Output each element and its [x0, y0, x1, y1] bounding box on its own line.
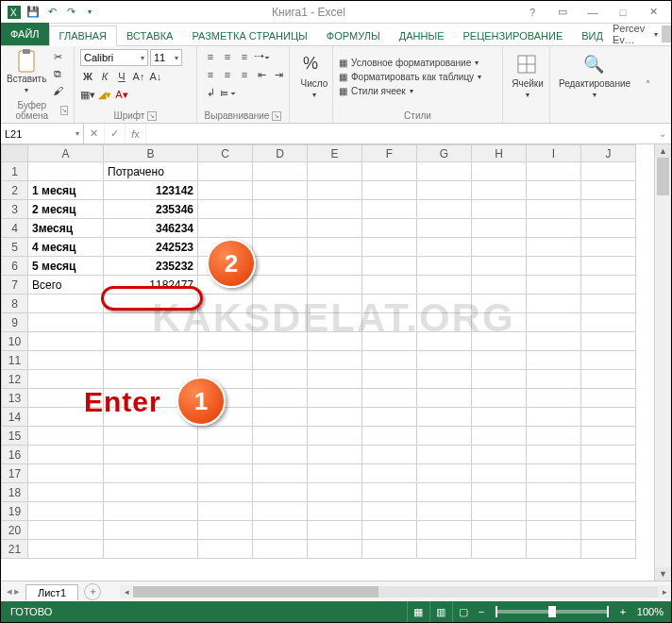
cell[interactable] [253, 332, 308, 351]
cell[interactable] [417, 427, 472, 446]
format-painter-icon[interactable]: 🖌 [50, 83, 65, 98]
cell[interactable] [28, 502, 104, 521]
font-name-combo[interactable]: Calibri▾ [80, 49, 148, 66]
cell[interactable] [253, 389, 308, 408]
cut-icon[interactable]: ✂ [50, 49, 65, 64]
cell[interactable] [472, 446, 527, 464]
cell[interactable] [472, 313, 527, 332]
cell[interactable] [581, 408, 636, 427]
cell[interactable] [104, 313, 198, 332]
tab-page-layout[interactable]: РАЗМЕТКА СТРАНИЦЫ [182, 26, 316, 45]
cell[interactable] [472, 540, 527, 559]
cell[interactable] [104, 483, 198, 502]
col-header[interactable]: H [472, 145, 527, 162]
cell[interactable] [527, 162, 581, 181]
wrap-text-icon[interactable]: ↲ [203, 85, 218, 100]
cell[interactable] [308, 257, 362, 276]
cell[interactable] [362, 521, 417, 540]
row-header[interactable]: 14 [2, 408, 28, 427]
cell[interactable] [417, 370, 472, 389]
cell[interactable] [362, 257, 417, 276]
cell[interactable] [417, 332, 472, 351]
row-header[interactable]: 8 [2, 295, 28, 313]
cell[interactable] [417, 257, 472, 276]
cell-styles-button[interactable]: ▦Стили ячеек▾ [339, 86, 496, 96]
cell[interactable] [417, 181, 472, 200]
cell[interactable] [253, 257, 308, 276]
row-header[interactable]: 20 [2, 521, 28, 540]
conditional-formatting-button[interactable]: ▦Условное форматирование▾ [339, 58, 496, 68]
cell[interactable] [581, 257, 636, 276]
cell[interactable] [28, 351, 104, 370]
cell[interactable] [253, 276, 308, 295]
cell[interactable]: 123142 [104, 181, 198, 200]
cell[interactable] [253, 181, 308, 200]
cell[interactable] [253, 502, 308, 521]
cell[interactable] [308, 295, 362, 313]
cell[interactable] [362, 162, 417, 181]
cell[interactable] [198, 446, 253, 464]
cell[interactable] [28, 295, 104, 313]
sheet-nav-prev-icon[interactable]: ◂ [7, 585, 12, 598]
cell[interactable] [472, 427, 527, 446]
cell[interactable] [253, 313, 308, 332]
view-page-layout-icon[interactable]: ▥ [429, 601, 452, 622]
cancel-formula-icon[interactable]: ✕ [84, 124, 105, 143]
cell[interactable] [308, 181, 362, 200]
format-as-table-button[interactable]: ▦Форматировать как таблицу▾ [339, 72, 496, 82]
horizontal-scrollbar[interactable] [133, 586, 658, 598]
cell[interactable] [527, 332, 581, 351]
cell[interactable] [308, 408, 362, 427]
zoom-value[interactable]: 100% [630, 606, 671, 617]
select-all-corner[interactable] [2, 145, 28, 162]
tab-file[interactable]: ФАЙЛ [1, 23, 49, 45]
increase-indent-icon[interactable]: ⇥ [271, 67, 286, 82]
cell[interactable]: 242523 [104, 238, 198, 257]
redo-icon[interactable]: ↷ [63, 5, 78, 20]
cell[interactable] [308, 540, 362, 559]
avatar[interactable] [662, 25, 672, 42]
cell[interactable] [28, 521, 104, 540]
row-header[interactable]: 1 [2, 162, 28, 181]
cell[interactable] [362, 219, 417, 238]
cell[interactable] [581, 483, 636, 502]
cell[interactable] [253, 464, 308, 483]
cell[interactable] [308, 427, 362, 446]
cell[interactable] [253, 219, 308, 238]
copy-icon[interactable]: ⧉ [50, 66, 65, 81]
cell[interactable] [362, 200, 417, 219]
cell[interactable] [104, 295, 198, 313]
cell[interactable] [472, 483, 527, 502]
align-bottom-icon[interactable]: ≡ [237, 49, 252, 64]
cell[interactable]: 1 месяц [28, 181, 104, 200]
tab-home[interactable]: ГЛАВНАЯ [49, 25, 117, 46]
cell[interactable] [581, 181, 636, 200]
cell[interactable] [527, 257, 581, 276]
row-header[interactable]: 7 [2, 276, 28, 295]
cell[interactable] [527, 540, 581, 559]
cell[interactable] [104, 332, 198, 351]
cell[interactable] [28, 446, 104, 464]
cell[interactable] [198, 219, 253, 238]
cell[interactable] [581, 502, 636, 521]
align-left-icon[interactable]: ≡ [203, 67, 218, 82]
cell[interactable] [308, 502, 362, 521]
cell[interactable] [581, 446, 636, 464]
col-header[interactable]: F [362, 145, 417, 162]
cell[interactable] [472, 200, 527, 219]
cell[interactable] [417, 446, 472, 464]
align-middle-icon[interactable]: ≡ [220, 49, 235, 64]
cell[interactable] [362, 313, 417, 332]
cell[interactable] [362, 181, 417, 200]
cell[interactable] [308, 313, 362, 332]
col-header[interactable]: D [253, 145, 308, 162]
cell[interactable] [362, 408, 417, 427]
cell[interactable] [308, 238, 362, 257]
cell[interactable]: 346234 [104, 219, 198, 238]
paste-button[interactable]: Вставить ▾ [7, 49, 46, 94]
cell[interactable] [472, 219, 527, 238]
clipboard-launcher-icon[interactable]: ↘ [60, 106, 68, 115]
cell[interactable] [253, 446, 308, 464]
orientation-icon[interactable]: ⭬▾ [254, 49, 270, 64]
row-header[interactable]: 2 [2, 181, 28, 200]
